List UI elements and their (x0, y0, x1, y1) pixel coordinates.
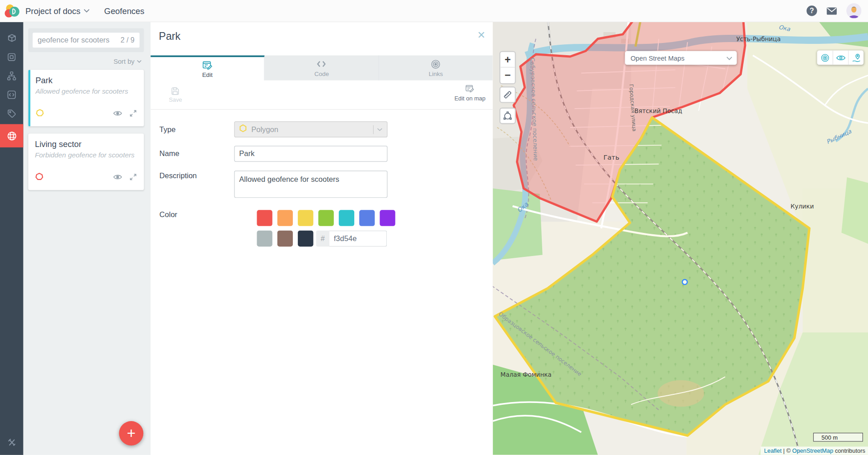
name-field[interactable] (234, 146, 387, 162)
color-label: Color (160, 210, 234, 251)
card-description: Forbidden geofence for scooters (35, 151, 137, 159)
nav-tags-icon[interactable] (0, 104, 23, 123)
save-icon (171, 86, 180, 96)
color-palette-row1 (257, 210, 439, 226)
color-swatch[interactable] (298, 231, 313, 247)
leaflet-map[interactable]: Усть-Рыбница Вятский Посад Гать Кулики М… (493, 22, 868, 455)
color-swatch[interactable] (277, 210, 293, 226)
show-on-map-eye-icon[interactable] (113, 109, 122, 119)
save-button[interactable]: Save (169, 86, 182, 103)
map-scale: 500 m (813, 433, 863, 442)
geofence-editor-panel: Park ✕ Edit Code Links (150, 22, 493, 455)
edit-note-icon (202, 60, 212, 70)
edit-on-map-label: Edit on map (455, 95, 486, 101)
nav-tools-icon[interactable] (0, 433, 23, 452)
focus-target-icon[interactable] (817, 50, 832, 65)
project-selector[interactable]: Project of docs (25, 6, 89, 15)
type-select[interactable]: Polygon (234, 121, 387, 137)
chevron-down-icon (377, 128, 382, 131)
visibility-eye-icon[interactable] (833, 50, 848, 65)
color-swatch[interactable] (359, 210, 375, 226)
card-title: Living sector (35, 139, 137, 149)
map-layer-select[interactable]: Open Street Maps (625, 51, 737, 65)
color-swatch[interactable] (257, 210, 272, 226)
avatar[interactable] (846, 3, 861, 18)
nav-channels-icon[interactable] (0, 47, 23, 66)
chevron-down-icon (137, 60, 142, 63)
polygon-icon (35, 172, 44, 184)
map-label: Малая Фоминка (501, 371, 552, 378)
map-label: Вятский Посад (634, 107, 682, 114)
name-label: Name (160, 146, 234, 162)
color-swatch[interactable] (277, 231, 293, 247)
nav-rail (0, 22, 23, 455)
measure-ruler-button[interactable] (499, 86, 516, 103)
zoom-out-button[interactable]: − (501, 67, 515, 83)
editor-toolbar: Save Edit on map (150, 81, 493, 110)
geofence-card-park[interactable]: Park Allowed geofence for scooters (28, 70, 144, 126)
draw-geofence-button[interactable] (499, 108, 516, 124)
topbar-actions: ? (807, 3, 868, 18)
help-icon[interactable]: ? (807, 5, 817, 16)
hex-color-field[interactable] (329, 231, 387, 247)
tab-links[interactable]: Links (379, 56, 493, 81)
tab-label: Edit (202, 71, 212, 78)
fit-expand-icon[interactable] (129, 109, 137, 119)
target-icon (431, 59, 441, 69)
add-geofence-button[interactable]: + (119, 421, 143, 446)
map-label: Усть-Рыбница (736, 35, 780, 43)
topbar: Project of docs Geofences ? (0, 0, 868, 22)
tab-label: Code (314, 71, 329, 77)
zoom-in-button[interactable]: + (501, 52, 515, 67)
map-toolbar (817, 50, 863, 65)
app-logo-icon[interactable] (5, 3, 20, 19)
code-icon (316, 59, 327, 69)
map-layer-value: Open Street Maps (630, 54, 684, 62)
color-palette-row2: # (257, 231, 439, 247)
nav-geofences-icon[interactable] (0, 124, 23, 147)
map-label: Кулики (790, 203, 814, 210)
sort-by-label: Sort by (113, 57, 135, 65)
tab-edit[interactable]: Edit (150, 56, 265, 81)
tab-code[interactable]: Code (265, 56, 379, 81)
map-canvas: Усть-Рыбница Вятский Посад Гать Кулики М… (493, 22, 868, 455)
geofence-card-living-sector[interactable]: Living sector Forbidden geofence for sco… (28, 133, 144, 190)
edit-on-map-button[interactable]: Edit on map (455, 84, 486, 101)
close-icon[interactable]: ✕ (477, 29, 485, 41)
save-label: Save (169, 96, 182, 103)
search-box: geofence for scooters 2 / 9 (28, 28, 144, 52)
card-title: Park (35, 76, 137, 85)
mail-icon[interactable] (826, 7, 837, 14)
color-swatch[interactable] (298, 210, 313, 226)
leaflet-link[interactable]: Leaflet (764, 447, 782, 454)
nav-devices-icon[interactable] (0, 29, 23, 48)
color-swatch[interactable] (257, 231, 272, 247)
sort-by-control[interactable]: Sort by (23, 52, 150, 70)
search-value: geofence for scooters (38, 36, 117, 44)
show-on-map-eye-icon[interactable] (113, 173, 122, 183)
nav-code-icon[interactable] (0, 85, 23, 104)
tab-label: Links (429, 71, 443, 77)
color-swatch[interactable] (339, 210, 354, 226)
map-pin-icon[interactable] (848, 50, 863, 65)
color-swatch[interactable] (318, 210, 333, 226)
hex-prefix: # (316, 231, 329, 247)
description-label: Description (160, 171, 234, 200)
search-input[interactable]: geofence for scooters 2 / 9 (33, 33, 139, 47)
draw-circle-icon (502, 111, 512, 121)
osm-link[interactable]: OpenStreetMap (792, 447, 833, 454)
description-field[interactable]: Allowed geofence for scooters (234, 171, 387, 198)
edit-note-icon (465, 84, 475, 94)
geofence-list-panel: geofence for scooters 2 / 9 Sort by Park… (23, 22, 150, 455)
nav-hierarchy-icon[interactable] (0, 66, 23, 85)
map-label: Гать (603, 153, 619, 161)
hexagon-icon (239, 124, 247, 134)
card-description: Allowed geofence for scooters (35, 88, 137, 95)
color-swatch[interactable] (380, 210, 395, 226)
page-title: Geofences (104, 6, 145, 15)
fit-expand-icon[interactable] (129, 173, 137, 183)
polygon-icon (35, 109, 44, 120)
project-name: Project of docs (25, 6, 80, 15)
vertex-marker[interactable] (682, 280, 687, 284)
editor-tabs: Edit Code Links (150, 56, 493, 81)
